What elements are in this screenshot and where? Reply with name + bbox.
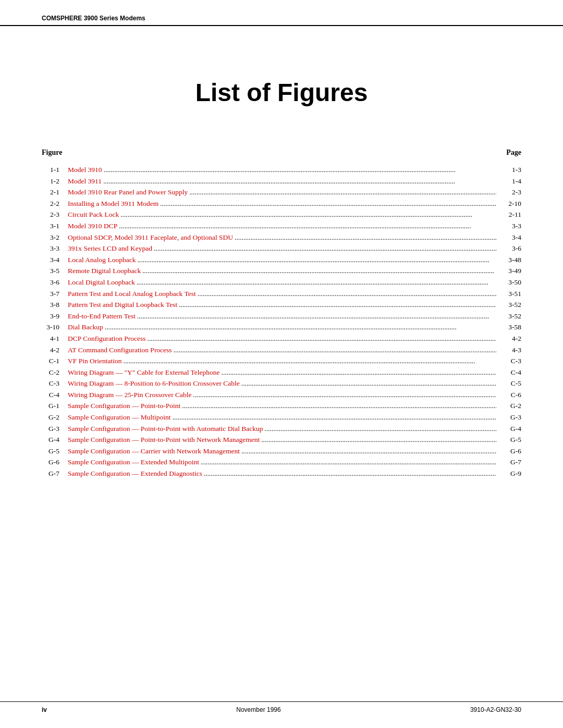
figure-number: C-1 xyxy=(42,355,68,367)
figure-number: 3-6 xyxy=(42,277,68,288)
figure-dots: ........................................… xyxy=(263,423,496,435)
page-header: COMSPHERE 3900 Series Modems xyxy=(0,0,563,26)
page-title-section: List of Figures xyxy=(42,78,521,107)
figure-title[interactable]: Wiring Diagram — "Y" Cable for External … xyxy=(68,367,220,378)
figure-title[interactable]: Sample Configuration — Extended Multipoi… xyxy=(68,456,199,468)
figure-dots: ........................................… xyxy=(102,164,496,176)
page-container: COMSPHERE 3900 Series Modems List of Fig… xyxy=(0,0,563,728)
figure-dots: ........................................… xyxy=(180,400,496,412)
list-item: 1-2Model 3911 ..........................… xyxy=(42,176,521,187)
figure-dots: ........................................… xyxy=(196,288,496,300)
figure-number: G-3 xyxy=(42,423,68,435)
figure-title[interactable]: Sample Configuration — Point-to-Point wi… xyxy=(68,434,260,446)
figure-page: C-6 xyxy=(496,389,521,401)
footer-date: November 1996 xyxy=(236,706,280,713)
header-title: COMSPHERE 3900 Series Modems xyxy=(42,15,145,22)
figure-dots: ........................................… xyxy=(220,367,496,378)
figure-dots: ........................................… xyxy=(103,322,496,333)
list-item: 2-3Circuit Pack Lock ...................… xyxy=(42,209,521,220)
figure-title[interactable]: Circuit Pack Lock xyxy=(68,209,119,220)
figure-dots: ........................................… xyxy=(240,446,496,457)
list-item: 3-1Model 3910 DCP ......................… xyxy=(42,220,521,232)
figure-page: 4-3 xyxy=(496,344,521,356)
list-item: 2-1Model 3910 Rear Panel and Power Suppl… xyxy=(42,187,521,198)
figure-title[interactable]: Installing a Model 3911 Modem xyxy=(68,198,158,209)
figure-dots: ........................................… xyxy=(117,220,496,232)
figure-page: G-4 xyxy=(496,423,521,435)
list-item: 3-5Remote Digital Loopback .............… xyxy=(42,265,521,277)
figure-number: G-1 xyxy=(42,400,68,412)
figure-title[interactable]: Model 3910 Rear Panel and Power Supply xyxy=(68,187,188,198)
figure-dots: ........................................… xyxy=(119,209,496,220)
figure-title[interactable]: Sample Configuration — Multipoint xyxy=(68,412,171,423)
list-item: C-4Wiring Diagram — 25-Pin Crossover Cab… xyxy=(42,389,521,401)
figure-dots: ........................................… xyxy=(135,277,496,288)
col-header-figure: Figure xyxy=(42,149,62,157)
list-item: G-5Sample Configuration — Carrier with N… xyxy=(42,446,521,457)
figure-title[interactable]: Model 3910 DCP xyxy=(68,220,117,232)
footer-page-num: iv xyxy=(42,706,47,713)
figure-page: 3-51 xyxy=(496,288,521,300)
figure-title[interactable]: Wiring Diagram — 25-Pin Crossover Cable xyxy=(68,389,192,401)
figure-number: G-6 xyxy=(42,456,68,468)
figure-title[interactable]: Pattern Test and Digital Loopback Test xyxy=(68,299,177,311)
figure-title[interactable]: Optional SDCP, Model 3911 Faceplate, and… xyxy=(68,232,233,243)
figure-page: 1-4 xyxy=(496,176,521,187)
list-item: C-2Wiring Diagram — "Y" Cable for Extern… xyxy=(42,367,521,378)
figure-title[interactable]: Model 3911 xyxy=(68,176,102,187)
figure-title[interactable]: Sample Configuration — Point-to-Point xyxy=(68,400,180,412)
figure-dots: ........................................… xyxy=(136,311,496,322)
figure-dots: ........................................… xyxy=(171,412,496,423)
figure-title[interactable]: Local Analog Loopback xyxy=(68,254,136,266)
figure-title[interactable]: Wiring Diagram — 8-Position to 6-Positio… xyxy=(68,378,240,389)
figure-title[interactable]: Dial Backup xyxy=(68,322,103,333)
figure-page: C-5 xyxy=(496,378,521,389)
figure-title[interactable]: DCP Configuration Process xyxy=(68,333,146,344)
figure-dots: ........................................… xyxy=(152,243,496,254)
list-item: 1-1Model 3910 ..........................… xyxy=(42,164,521,176)
figure-title[interactable]: End-to-End Pattern Test xyxy=(68,311,136,322)
list-item: 3-9End-to-End Pattern Test .............… xyxy=(42,311,521,322)
figure-dots: ........................................… xyxy=(202,468,496,479)
footer-doc-num: 3910-A2-GN32-30 xyxy=(470,706,521,713)
figure-dots: ........................................… xyxy=(158,198,496,209)
list-item: C-3Wiring Diagram — 8-Position to 6-Posi… xyxy=(42,378,521,389)
list-item: 3-10Dial Backup ........................… xyxy=(42,322,521,333)
figure-dots: ........................................… xyxy=(141,265,496,277)
figure-page: 4-2 xyxy=(496,333,521,344)
list-item: G-2Sample Configuration — Multipoint ...… xyxy=(42,412,521,423)
main-content: List of Figures Figure Page 1-1Model 391… xyxy=(0,26,563,511)
figure-title[interactable]: AT Command Configuration Process xyxy=(68,344,172,356)
figure-title[interactable]: Sample Configuration — Carrier with Netw… xyxy=(68,446,240,457)
figure-dots: ........................................… xyxy=(199,456,496,468)
figure-title[interactable]: Sample Configuration — Point-to-Point wi… xyxy=(68,423,263,435)
figure-title[interactable]: VF Pin Orientation xyxy=(68,355,122,367)
figure-page: C-4 xyxy=(496,367,521,378)
list-item: 3-8Pattern Test and Digital Loopback Tes… xyxy=(42,299,521,311)
figure-title[interactable]: Remote Digital Loopback xyxy=(68,265,141,277)
figure-page: 3-6 xyxy=(496,243,521,254)
figure-number: C-3 xyxy=(42,378,68,389)
figure-dots: ........................................… xyxy=(188,187,496,198)
figure-number: 3-5 xyxy=(42,265,68,277)
figure-dots: ........................................… xyxy=(146,333,497,344)
figure-title[interactable]: 391x Series LCD and Keypad xyxy=(68,243,152,254)
col-header-page: Page xyxy=(506,149,521,157)
figure-title[interactable]: Local Digital Loopback xyxy=(68,277,135,288)
list-item: G-3Sample Configuration — Point-to-Point… xyxy=(42,423,521,435)
list-item: 3-4Local Analog Loopback ...............… xyxy=(42,254,521,266)
figure-number: 3-2 xyxy=(42,232,68,243)
list-item: 4-2AT Command Configuration Process ....… xyxy=(42,344,521,356)
figure-title[interactable]: Model 3910 xyxy=(68,164,102,176)
figure-number: G-4 xyxy=(42,434,68,446)
figure-number: 1-1 xyxy=(42,164,68,176)
figure-page: C-3 xyxy=(496,355,521,367)
page-title: List of Figures xyxy=(42,78,521,107)
figure-number: 3-8 xyxy=(42,299,68,311)
figure-title[interactable]: Pattern Test and Local Analog Loopback T… xyxy=(68,288,196,300)
list-item: 2-2Installing a Model 3911 Modem .......… xyxy=(42,198,521,209)
list-item: 4-1DCP Configuration Process ...........… xyxy=(42,333,521,344)
figure-title[interactable]: Sample Configuration — Extended Diagnost… xyxy=(68,468,202,479)
figure-number: 2-2 xyxy=(42,198,68,209)
figure-dots: ........................................… xyxy=(102,176,496,187)
